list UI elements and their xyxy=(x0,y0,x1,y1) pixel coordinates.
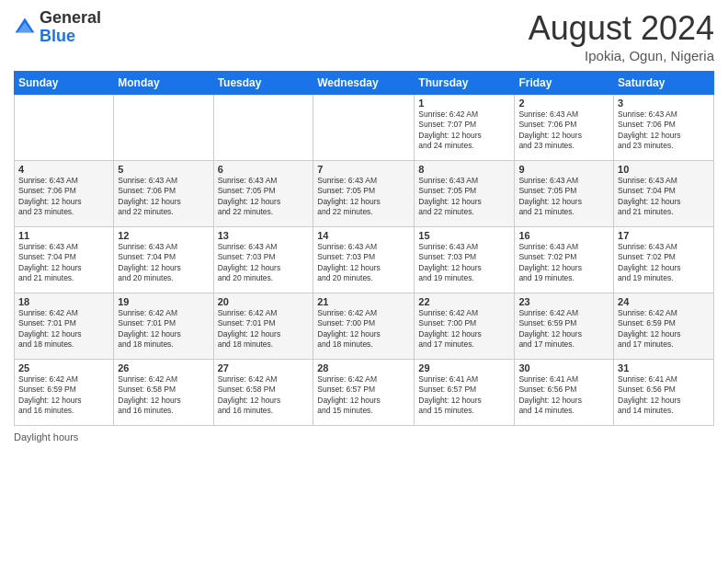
calendar-cell: 7Sunrise: 6:43 AM Sunset: 7:05 PM Daylig… xyxy=(313,161,415,227)
day-info: Sunrise: 6:43 AM Sunset: 7:05 PM Dayligh… xyxy=(218,176,310,218)
day-number: 20 xyxy=(218,296,310,307)
day-number: 8 xyxy=(418,164,510,175)
calendar-cell: 1Sunrise: 6:42 AM Sunset: 7:07 PM Daylig… xyxy=(415,95,515,161)
day-number: 11 xyxy=(18,230,109,241)
month-year-title: August 2024 xyxy=(529,9,714,48)
day-number: 14 xyxy=(317,230,410,241)
day-info: Sunrise: 6:42 AM Sunset: 7:01 PM Dayligh… xyxy=(218,308,310,350)
day-number: 30 xyxy=(518,362,609,373)
footer: Daylight hours xyxy=(14,431,714,442)
logo-blue-text: Blue xyxy=(40,28,101,46)
day-number: 5 xyxy=(118,164,209,175)
title-block: August 2024 Ipokia, Ogun, Nigeria xyxy=(529,9,714,63)
calendar-cell: 22Sunrise: 6:42 AM Sunset: 7:00 PM Dayli… xyxy=(415,293,515,360)
calendar-table: SundayMondayTuesdayWednesdayThursdayFrid… xyxy=(14,71,714,426)
day-info: Sunrise: 6:42 AM Sunset: 6:58 PM Dayligh… xyxy=(218,374,310,417)
calendar-header: SundayMondayTuesdayWednesdayThursdayFrid… xyxy=(15,72,714,95)
day-info: Sunrise: 6:43 AM Sunset: 7:05 PM Dayligh… xyxy=(317,176,410,218)
calendar-cell: 28Sunrise: 6:42 AM Sunset: 6:57 PM Dayli… xyxy=(313,360,415,426)
day-number: 17 xyxy=(618,230,710,241)
day-number: 21 xyxy=(317,296,410,307)
week-row-2: 4Sunrise: 6:43 AM Sunset: 7:06 PM Daylig… xyxy=(15,161,714,227)
weekday-header-monday: Monday xyxy=(114,72,213,95)
day-number: 7 xyxy=(317,164,410,175)
day-info: Sunrise: 6:42 AM Sunset: 7:00 PM Dayligh… xyxy=(317,308,410,350)
day-number: 9 xyxy=(518,164,609,175)
calendar-cell: 20Sunrise: 6:42 AM Sunset: 7:01 PM Dayli… xyxy=(213,293,313,360)
calendar-cell: 13Sunrise: 6:43 AM Sunset: 7:03 PM Dayli… xyxy=(213,227,313,293)
logo-icon xyxy=(14,17,36,39)
day-info: Sunrise: 6:41 AM Sunset: 6:57 PM Dayligh… xyxy=(418,374,510,417)
day-info: Sunrise: 6:41 AM Sunset: 6:56 PM Dayligh… xyxy=(518,374,609,417)
calendar-cell: 2Sunrise: 6:43 AM Sunset: 7:06 PM Daylig… xyxy=(515,95,614,161)
location-subtitle: Ipokia, Ogun, Nigeria xyxy=(529,48,714,63)
calendar-cell: 27Sunrise: 6:42 AM Sunset: 6:58 PM Dayli… xyxy=(213,360,313,426)
day-number: 18 xyxy=(18,296,109,307)
day-number: 15 xyxy=(418,230,510,241)
day-number: 28 xyxy=(317,362,410,373)
day-number: 23 xyxy=(518,296,609,307)
calendar-cell: 10Sunrise: 6:43 AM Sunset: 7:04 PM Dayli… xyxy=(614,161,714,227)
day-info: Sunrise: 6:42 AM Sunset: 6:59 PM Dayligh… xyxy=(518,308,609,350)
calendar-cell: 15Sunrise: 6:43 AM Sunset: 7:03 PM Dayli… xyxy=(415,227,515,293)
day-info: Sunrise: 6:43 AM Sunset: 7:06 PM Dayligh… xyxy=(518,109,609,152)
day-number: 19 xyxy=(118,296,209,307)
calendar-cell xyxy=(313,95,415,161)
weekday-header-thursday: Thursday xyxy=(415,72,515,95)
day-number: 25 xyxy=(18,362,109,373)
week-row-3: 11Sunrise: 6:43 AM Sunset: 7:04 PM Dayli… xyxy=(15,227,714,293)
weekday-header-friday: Friday xyxy=(515,72,614,95)
day-number: 12 xyxy=(118,230,209,241)
day-info: Sunrise: 6:43 AM Sunset: 7:03 PM Dayligh… xyxy=(218,242,310,284)
day-info: Sunrise: 6:42 AM Sunset: 6:59 PM Dayligh… xyxy=(618,308,710,350)
calendar-cell: 30Sunrise: 6:41 AM Sunset: 6:56 PM Dayli… xyxy=(515,360,614,426)
daylight-label: Daylight hours xyxy=(14,431,78,442)
day-number: 22 xyxy=(418,296,510,307)
day-info: Sunrise: 6:43 AM Sunset: 7:02 PM Dayligh… xyxy=(618,242,710,284)
calendar-cell: 5Sunrise: 6:43 AM Sunset: 7:06 PM Daylig… xyxy=(114,161,213,227)
day-info: Sunrise: 6:42 AM Sunset: 6:57 PM Dayligh… xyxy=(317,374,410,417)
calendar-cell: 4Sunrise: 6:43 AM Sunset: 7:06 PM Daylig… xyxy=(15,161,114,227)
weekday-header-sunday: Sunday xyxy=(15,72,114,95)
weekday-row: SundayMondayTuesdayWednesdayThursdayFrid… xyxy=(15,72,714,95)
day-number: 1 xyxy=(418,98,510,109)
week-row-5: 25Sunrise: 6:42 AM Sunset: 6:59 PM Dayli… xyxy=(15,360,714,426)
calendar-cell: 6Sunrise: 6:43 AM Sunset: 7:05 PM Daylig… xyxy=(213,161,313,227)
calendar-cell: 18Sunrise: 6:42 AM Sunset: 7:01 PM Dayli… xyxy=(15,293,114,360)
day-number: 13 xyxy=(218,230,310,241)
day-info: Sunrise: 6:43 AM Sunset: 7:04 PM Dayligh… xyxy=(118,242,209,284)
logo: General Blue xyxy=(14,9,101,46)
day-info: Sunrise: 6:43 AM Sunset: 7:02 PM Dayligh… xyxy=(518,242,609,284)
day-info: Sunrise: 6:42 AM Sunset: 7:01 PM Dayligh… xyxy=(118,308,209,350)
week-row-1: 1Sunrise: 6:42 AM Sunset: 7:07 PM Daylig… xyxy=(15,95,714,161)
day-number: 10 xyxy=(618,164,710,175)
calendar-body: 1Sunrise: 6:42 AM Sunset: 7:07 PM Daylig… xyxy=(15,95,714,426)
day-info: Sunrise: 6:42 AM Sunset: 7:07 PM Dayligh… xyxy=(418,109,510,152)
calendar-cell: 16Sunrise: 6:43 AM Sunset: 7:02 PM Dayli… xyxy=(515,227,614,293)
weekday-header-saturday: Saturday xyxy=(614,72,714,95)
day-number: 4 xyxy=(18,164,109,175)
day-info: Sunrise: 6:43 AM Sunset: 7:05 PM Dayligh… xyxy=(518,176,609,218)
calendar-cell: 8Sunrise: 6:43 AM Sunset: 7:05 PM Daylig… xyxy=(415,161,515,227)
calendar-cell xyxy=(114,95,213,161)
day-number: 26 xyxy=(118,362,209,373)
calendar-cell: 26Sunrise: 6:42 AM Sunset: 6:58 PM Dayli… xyxy=(114,360,213,426)
day-number: 3 xyxy=(618,98,710,109)
calendar-cell xyxy=(15,95,114,161)
day-info: Sunrise: 6:43 AM Sunset: 7:06 PM Dayligh… xyxy=(118,176,209,218)
day-info: Sunrise: 6:43 AM Sunset: 7:04 PM Dayligh… xyxy=(18,242,109,284)
calendar-cell: 17Sunrise: 6:43 AM Sunset: 7:02 PM Dayli… xyxy=(614,227,714,293)
week-row-4: 18Sunrise: 6:42 AM Sunset: 7:01 PM Dayli… xyxy=(15,293,714,360)
page: General Blue August 2024 Ipokia, Ogun, N… xyxy=(0,0,728,563)
day-info: Sunrise: 6:43 AM Sunset: 7:03 PM Dayligh… xyxy=(418,242,510,284)
calendar-cell: 23Sunrise: 6:42 AM Sunset: 6:59 PM Dayli… xyxy=(515,293,614,360)
day-number: 6 xyxy=(218,164,310,175)
calendar-cell: 9Sunrise: 6:43 AM Sunset: 7:05 PM Daylig… xyxy=(515,161,614,227)
calendar-cell: 3Sunrise: 6:43 AM Sunset: 7:06 PM Daylig… xyxy=(614,95,714,161)
day-info: Sunrise: 6:42 AM Sunset: 6:58 PM Dayligh… xyxy=(118,374,209,417)
calendar-cell: 31Sunrise: 6:41 AM Sunset: 6:56 PM Dayli… xyxy=(614,360,714,426)
calendar-cell: 19Sunrise: 6:42 AM Sunset: 7:01 PM Dayli… xyxy=(114,293,213,360)
day-number: 2 xyxy=(518,98,609,109)
calendar-cell: 14Sunrise: 6:43 AM Sunset: 7:03 PM Dayli… xyxy=(313,227,415,293)
weekday-header-wednesday: Wednesday xyxy=(313,72,415,95)
